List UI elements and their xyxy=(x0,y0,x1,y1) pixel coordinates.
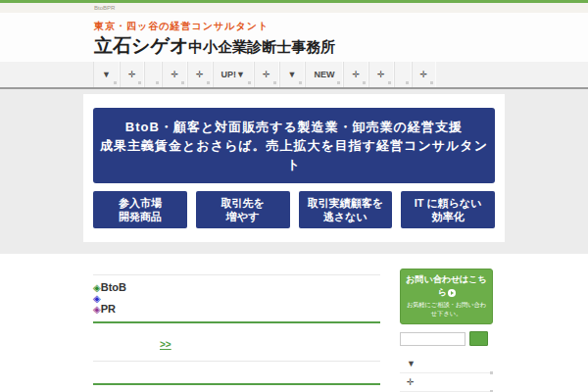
contact-label-text: お問い合わせはこちら xyxy=(406,274,486,297)
nav-item-4[interactable]: ✛ xyxy=(162,62,187,87)
green-divider xyxy=(93,321,380,323)
nav-item-9[interactable]: NEW xyxy=(305,62,343,87)
sidebar-menu: ▼ ✛ ✛ ✛ xyxy=(400,355,493,392)
hero-button-label: 効率化 xyxy=(432,211,465,222)
sidebar-menu-item-2[interactable]: ✛ xyxy=(400,373,493,392)
hero-box: BtoB・顧客と対面販売する製造業・卸売業の経営支援 成果主義賃金とおさらば。売… xyxy=(83,94,505,242)
search-input[interactable] xyxy=(400,332,466,346)
hero-button-clients[interactable]: 取引先を 増やす xyxy=(196,191,290,228)
nav-item-12[interactable] xyxy=(394,62,412,87)
nav-item-2[interactable]: ✛ xyxy=(120,62,145,87)
diamond-icon: ◈ xyxy=(93,282,101,293)
green-divider xyxy=(93,383,380,385)
category-item-pr[interactable]: ◈PR xyxy=(93,304,380,315)
site-title-main: 立石シゲオ xyxy=(94,35,188,56)
category-label: PR xyxy=(101,303,116,315)
site-title: 立石シゲオ中小企業診断士事務所 xyxy=(94,36,588,57)
hero-button-market[interactable]: 参入市場 開発商品 xyxy=(93,191,187,228)
hero-button-label: 取引実績顧客を xyxy=(308,197,383,209)
nav-item-3[interactable] xyxy=(144,62,162,87)
hero-button-label: 増やす xyxy=(226,211,260,222)
nav-item-8[interactable]: ▼ xyxy=(279,62,306,87)
site-header: 東京・四ッ谷の経営コンサルタント 立石シゲオ中小企業診断士事務所 xyxy=(0,13,588,62)
hero-banner-line2: 成果主義賃金とおさらば。売上拡大を目指す経営コンサルタント xyxy=(95,136,493,173)
main-content: ◈BtoB ◈ ◈PR >> to. to BtoB・ BtoB お問い合わせは… xyxy=(0,254,588,392)
contact-button-subtext: お気軽にご相談・お問い合わせ下さい。 xyxy=(404,301,488,318)
hero-band: BtoB・顧客と対面販売する製造業・卸売業の経営支援 成果主義賃金とおさらば。売… xyxy=(0,89,588,254)
search-box xyxy=(400,331,493,346)
search-button[interactable] xyxy=(469,331,488,346)
hero-button-label: 参入市場 xyxy=(119,197,162,209)
category-label: BtoB xyxy=(101,281,126,293)
hero-button-retention[interactable]: 取引実績顧客を 逃さない xyxy=(299,191,393,228)
content-column: ◈BtoB ◈ ◈PR >> to. to BtoB・ BtoB xyxy=(93,274,380,392)
category-item-btob[interactable]: ◈BtoB xyxy=(93,282,380,293)
nav-item-10[interactable]: ✛ xyxy=(343,62,368,87)
diamond-icon: ◈ xyxy=(93,293,101,304)
hero-button-label: 開発商品 xyxy=(119,211,162,222)
sidebar-menu-item-1[interactable]: ▼ xyxy=(400,355,493,373)
site-title-sub: 中小企業診断士事務所 xyxy=(188,38,335,55)
contact-button-label: お問い合わせはこちら xyxy=(402,273,491,299)
nav-item-5[interactable]: ✛ xyxy=(187,62,213,87)
category-item-blank[interactable]: ◈ xyxy=(93,293,380,304)
utility-bar: BtoBPR xyxy=(0,3,588,13)
nav-item-6[interactable]: UP!▼ xyxy=(213,62,254,87)
category-list: ◈BtoB ◈ ◈PR xyxy=(93,282,380,315)
hero-banner: BtoB・顧客と対面販売する製造業・卸売業の経営支援 成果主義賃金とおさらば。売… xyxy=(93,108,495,183)
hero-banner-line1: BtoB・顧客と対面販売する製造業・卸売業の経営支援 xyxy=(95,118,493,136)
more-row: >> xyxy=(93,334,380,352)
utility-site-label: BtoBPR xyxy=(94,5,115,11)
main-nav: ▼ ✛ ✛ ✛ UP!▼ ✛ ▼ NEW ✛ ✛ ✛ xyxy=(0,62,588,89)
site-tagline: 東京・四ッ谷の経営コンサルタント xyxy=(94,20,588,33)
contact-button[interactable]: お問い合わせはこちら お気軽にご相談・お問い合わせ下さい。 xyxy=(400,269,493,324)
divider xyxy=(93,274,380,275)
nav-item-7[interactable]: ✛ xyxy=(254,62,279,87)
circle-arrow-icon xyxy=(448,289,456,297)
nav-item-11[interactable]: ✛ xyxy=(368,62,394,87)
nav-item-1[interactable]: ▼ xyxy=(93,62,120,87)
diamond-icon: ◈ xyxy=(93,304,101,315)
hero-button-label: 取引先を xyxy=(220,197,264,209)
hero-button-it[interactable]: IT に頼らない 効率化 xyxy=(401,191,495,228)
more-link[interactable]: >> xyxy=(160,339,172,350)
hero-button-label: 逃さない xyxy=(323,211,368,222)
hero-buttons: 参入市場 開発商品 取引先を 増やす 取引実績顧客を 逃さない IT に頼らない… xyxy=(93,191,495,228)
hero-button-label: IT に頼らない xyxy=(415,197,482,209)
nav-item-13[interactable]: ✛ xyxy=(412,62,437,87)
divider xyxy=(93,361,380,362)
sidebar: お問い合わせはこちら お気軽にご相談・お問い合わせ下さい。 ▼ ✛ ✛ ✛ xyxy=(400,269,493,392)
